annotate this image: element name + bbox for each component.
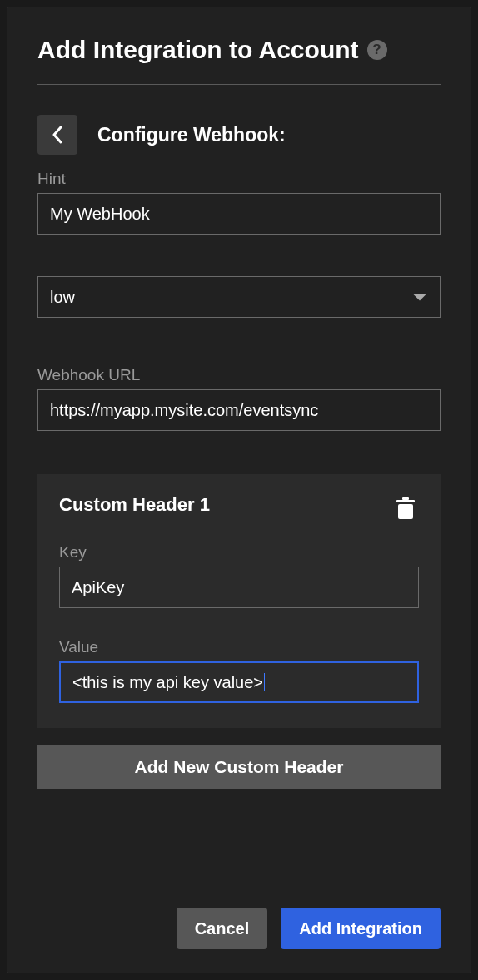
custom-header-title: Custom Header 1 <box>59 494 210 516</box>
header-key-field: Key <box>59 543 419 608</box>
priority-select[interactable]: low <box>37 276 441 318</box>
header-key-input[interactable] <box>59 567 419 608</box>
chevron-down-icon <box>413 288 426 307</box>
header-value-input[interactable]: <this is my api key value> <box>59 661 419 703</box>
trash-icon <box>396 497 416 521</box>
delete-header-button[interactable] <box>392 494 419 527</box>
webhook-url-field-group: Webhook URL <box>37 366 441 431</box>
add-integration-modal: Add Integration to Account ? Configure W… <box>7 7 471 973</box>
hint-label: Hint <box>37 170 441 188</box>
priority-value: low <box>50 288 75 307</box>
custom-header-card: Custom Header 1 Key Value <this is my ap… <box>37 474 441 728</box>
chevron-left-icon <box>52 126 63 144</box>
header-value-field: Value <this is my api key value> <box>59 638 419 703</box>
webhook-url-input[interactable] <box>37 389 441 431</box>
header-key-label: Key <box>59 543 419 562</box>
header-value-label: Value <box>59 638 419 656</box>
text-cursor <box>264 673 265 691</box>
hint-field-group: Hint <box>37 170 441 235</box>
svg-rect-1 <box>396 500 415 502</box>
cancel-button[interactable]: Cancel <box>177 908 268 949</box>
add-new-custom-header-button[interactable]: Add New Custom Header <box>37 745 441 789</box>
svg-rect-2 <box>402 497 409 500</box>
svg-rect-0 <box>398 504 413 519</box>
back-button[interactable] <box>37 115 77 155</box>
modal-footer: Cancel Add Integration <box>37 883 441 949</box>
modal-title: Add Integration to Account <box>37 36 359 64</box>
webhook-url-label: Webhook URL <box>37 366 441 384</box>
section-title: Configure Webhook: <box>97 124 286 146</box>
help-icon[interactable]: ? <box>367 40 387 60</box>
custom-header-card-header: Custom Header 1 <box>59 494 419 527</box>
section-heading: Configure Webhook: <box>37 115 441 155</box>
hint-input[interactable] <box>37 193 441 235</box>
modal-header: Add Integration to Account ? <box>37 36 441 85</box>
add-integration-button[interactable]: Add Integration <box>281 908 441 949</box>
header-value-text: <this is my api key value> <box>72 673 263 692</box>
